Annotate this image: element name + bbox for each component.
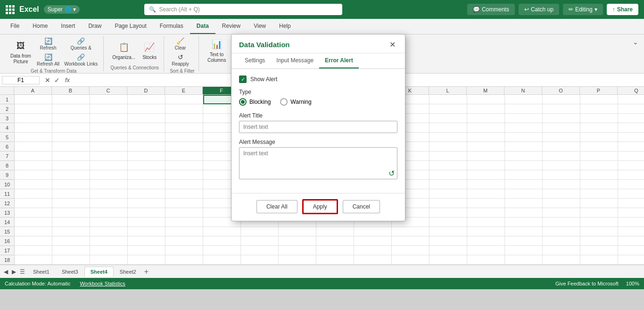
cell-M16[interactable] — [467, 236, 505, 246]
cell-P12[interactable] — [580, 199, 618, 208]
apply-button[interactable]: Apply — [302, 199, 338, 214]
add-sheet-button[interactable]: + — [142, 268, 150, 276]
cell-E2[interactable] — [165, 104, 203, 114]
cell-I18[interactable] — [316, 255, 354, 265]
cell-N10[interactable] — [505, 180, 543, 189]
cell-M5[interactable] — [467, 133, 505, 142]
cell-N5[interactable] — [505, 133, 543, 142]
cell-M2[interactable] — [467, 104, 505, 114]
cell-P18[interactable] — [580, 255, 618, 265]
cell-B6[interactable] — [52, 142, 90, 151]
cell-G17[interactable] — [241, 246, 279, 255]
cell-B3[interactable] — [52, 114, 90, 123]
cell-O3[interactable] — [543, 114, 580, 123]
cell-C7[interactable] — [90, 151, 128, 161]
cell-E11[interactable] — [165, 189, 203, 199]
cell-Q12[interactable] — [618, 199, 644, 208]
sheet-tab-sheet3[interactable]: Sheet3 — [56, 267, 84, 277]
modal-tab-error-alert[interactable]: Error Alert — [319, 53, 359, 68]
cell-O9[interactable] — [543, 170, 580, 180]
cell-E9[interactable] — [165, 170, 203, 180]
cell-P11[interactable] — [580, 189, 618, 199]
cell-K16[interactable] — [392, 236, 429, 246]
cell-C15[interactable] — [90, 227, 128, 236]
cell-E1[interactable] — [165, 95, 203, 104]
sheet-scroll-right-button[interactable]: ▶ — [10, 268, 18, 276]
cell-B15[interactable] — [52, 227, 90, 236]
cell-H18[interactable] — [279, 255, 316, 265]
cell-P2[interactable] — [580, 104, 618, 114]
cell-A17[interactable] — [15, 246, 52, 255]
cell-B17[interactable] — [52, 246, 90, 255]
cell-D11[interactable] — [128, 189, 165, 199]
cell-O12[interactable] — [543, 199, 580, 208]
share-button[interactable]: ↑ Share — [607, 4, 638, 15]
cell-J15[interactable] — [354, 227, 392, 236]
cell-H16[interactable] — [279, 236, 316, 246]
cell-O16[interactable] — [543, 236, 580, 246]
cell-C4[interactable] — [90, 123, 128, 133]
alert-title-input[interactable] — [239, 121, 397, 133]
row-header-15[interactable]: 15 — [0, 227, 14, 236]
cell-A14[interactable] — [15, 218, 52, 227]
cell-D9[interactable] — [128, 170, 165, 180]
cell-reference-input[interactable] — [2, 76, 40, 84]
tab-help[interactable]: Help — [272, 19, 297, 34]
cell-O13[interactable] — [543, 208, 580, 218]
cell-A11[interactable] — [15, 189, 52, 199]
cell-O15[interactable] — [543, 227, 580, 236]
cell-A12[interactable] — [15, 199, 52, 208]
cell-M9[interactable] — [467, 170, 505, 180]
cell-L2[interactable] — [429, 104, 467, 114]
sheet-scroll-left-button[interactable]: ◀ — [2, 268, 10, 276]
cell-L15[interactable] — [429, 227, 467, 236]
radio-blocking[interactable]: Blocking — [239, 98, 271, 106]
cell-B12[interactable] — [52, 199, 90, 208]
tab-data[interactable]: Data — [190, 19, 215, 34]
cell-B16[interactable] — [52, 236, 90, 246]
cell-Q17[interactable] — [618, 246, 644, 255]
tab-draw[interactable]: Draw — [82, 19, 108, 34]
col-header-B[interactable]: B — [52, 87, 90, 94]
tab-page-layout[interactable]: Page Layout — [108, 19, 153, 34]
cancel-button[interactable]: Cancel — [343, 200, 380, 213]
cell-C18[interactable] — [90, 255, 128, 265]
cell-N17[interactable] — [505, 246, 543, 255]
cell-M1[interactable] — [467, 95, 505, 104]
cell-O7[interactable] — [543, 151, 580, 161]
workbook-links-button[interactable]: 🔗 Workbook Links — [62, 52, 99, 67]
cell-A5[interactable] — [15, 133, 52, 142]
row-header-18[interactable]: 18 — [0, 255, 14, 265]
cell-A13[interactable] — [15, 208, 52, 218]
cell-N8[interactable] — [505, 161, 543, 170]
cell-O10[interactable] — [543, 180, 580, 189]
cell-N12[interactable] — [505, 199, 543, 208]
cell-L11[interactable] — [429, 189, 467, 199]
cell-D17[interactable] — [128, 246, 165, 255]
cell-D8[interactable] — [128, 161, 165, 170]
cell-K18[interactable] — [392, 255, 429, 265]
cell-A8[interactable] — [15, 161, 52, 170]
col-header-C[interactable]: C — [90, 87, 127, 94]
cell-H15[interactable] — [279, 227, 316, 236]
col-header-N[interactable]: N — [504, 87, 542, 94]
cell-N4[interactable] — [505, 123, 543, 133]
cell-Q11[interactable] — [618, 189, 644, 199]
cell-P9[interactable] — [580, 170, 618, 180]
cell-E6[interactable] — [165, 142, 203, 151]
cell-Q5[interactable] — [618, 133, 644, 142]
tab-view[interactable]: View — [247, 19, 272, 34]
cell-Q3[interactable] — [618, 114, 644, 123]
col-header-P[interactable]: P — [580, 87, 618, 94]
cell-A4[interactable] — [15, 123, 52, 133]
cell-B18[interactable] — [52, 255, 90, 265]
cell-M4[interactable] — [467, 123, 505, 133]
search-box[interactable]: 🔍 Search (Alt + Q) — [144, 4, 342, 15]
tab-home[interactable]: Home — [26, 19, 54, 34]
row-header-7[interactable]: 7 — [0, 151, 14, 161]
cell-B4[interactable] — [52, 123, 90, 133]
cell-Q7[interactable] — [618, 151, 644, 161]
cell-A18[interactable] — [15, 255, 52, 265]
cell-Q18[interactable] — [618, 255, 644, 265]
cell-P15[interactable] — [580, 227, 618, 236]
